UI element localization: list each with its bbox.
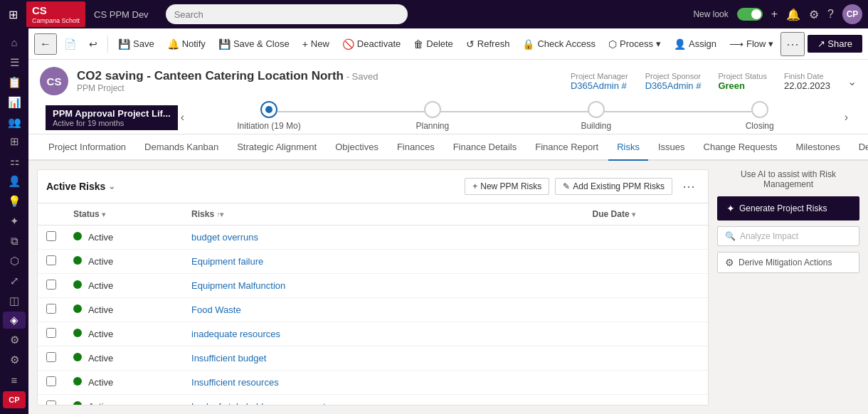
back-button[interactable]: ← <box>34 33 57 55</box>
add-existing-ppm-risks-button[interactable]: ✎ Add Existing PPM Risks <box>555 178 672 195</box>
sidebar-home-icon[interactable]: ⌂ <box>3 34 26 51</box>
sidebar-list-icon[interactable]: ≡ <box>3 371 26 388</box>
risks-title-chevron[interactable]: ⌄ <box>108 181 115 191</box>
grid-icon[interactable]: ⊞ <box>6 5 21 24</box>
sidebar-cp-icon[interactable]: CP <box>3 391 26 408</box>
status-dot <box>73 280 82 289</box>
sidebar-grid-icon[interactable]: ⊞ <box>3 133 26 150</box>
new-button[interactable]: + New <box>297 36 335 53</box>
save-close-button[interactable]: 💾 Save & Close <box>213 36 295 53</box>
row-checkbox[interactable] <box>46 255 56 265</box>
help-icon[interactable]: ? <box>827 8 834 21</box>
derive-mitigation-button[interactable]: ⚙ Derive Mitigation Actions <box>717 252 859 273</box>
sidebar-kanban-icon[interactable]: ⚏ <box>3 153 26 170</box>
th-status[interactable]: Status ▾ <box>65 203 183 225</box>
tab-finance-details[interactable]: Finance Details <box>445 134 526 161</box>
record-title-row: CS CO2 saving - Canteen Catering Locatio… <box>40 67 857 95</box>
tab-finances[interactable]: Finances <box>388 134 443 161</box>
risks-title: Active Risks ⌄ <box>46 181 115 192</box>
risk-link[interactable]: Food Waste <box>191 304 241 315</box>
table-row: Active budget overruns <box>38 225 708 250</box>
risk-link[interactable]: Insufficient budget <box>191 353 266 363</box>
search-input[interactable] <box>166 4 408 24</box>
sidebar-chart-icon[interactable]: 📊 <box>3 94 26 111</box>
sidebar-docs-icon[interactable]: 📋 <box>3 74 26 91</box>
due-date-sort-icon: ▾ <box>632 211 635 218</box>
tab-issues[interactable]: Issues <box>650 134 694 161</box>
sidebar-share-icon[interactable]: ⤢ <box>3 272 26 290</box>
deactivate-button[interactable]: 🚫 Deactivate <box>337 36 406 53</box>
save-button[interactable]: 💾 Save <box>112 36 160 53</box>
stage-initiation-label[interactable]: Initiation (19 Mo) <box>237 121 300 131</box>
status-text: Active <box>88 353 113 363</box>
generate-risks-button[interactable]: ✦ Generate Project Risks <box>717 196 859 221</box>
tab-project-information[interactable]: Project Information <box>40 134 134 161</box>
risk-link[interactable]: Lack of stakeholder engagement <box>191 401 326 405</box>
stage-next-button[interactable]: › <box>842 108 851 127</box>
row-checkbox[interactable] <box>46 280 56 290</box>
settings-icon[interactable]: ⚙ <box>809 8 819 21</box>
record-expand-button[interactable]: ⌄ <box>847 75 857 88</box>
flow-button[interactable]: ⟶ Flow ▾ <box>724 36 779 53</box>
bell-icon[interactable]: 🔔 <box>786 8 800 21</box>
stage-planning-label[interactable]: Planning <box>416 121 450 131</box>
check-access-button[interactable]: 🔒 Check Access <box>517 36 601 53</box>
row-checkbox[interactable] <box>46 376 56 386</box>
th-due-date[interactable]: Due Date ▾ <box>584 203 708 225</box>
row-checkbox-cell <box>38 274 65 298</box>
process-button[interactable]: ⬡ Process ▾ <box>603 36 667 53</box>
row-checkbox[interactable] <box>46 328 56 338</box>
sidebar-filter-icon[interactable]: ⧉ <box>3 233 26 250</box>
share-button[interactable]: ↗ Share <box>808 35 862 53</box>
tab-demands-kanban[interactable]: Demands Kanban <box>136 134 227 161</box>
row-checkbox[interactable] <box>46 352 56 362</box>
stage-building-label[interactable]: Building <box>581 121 611 131</box>
risk-link[interactable]: Equipment failure <box>191 256 263 267</box>
risk-link[interactable]: inadequate resources <box>191 329 280 339</box>
sidebar-cog-icon[interactable]: ⚙ <box>3 331 26 349</box>
sidebar-people-icon[interactable]: 👥 <box>3 114 26 131</box>
stage-closing-label[interactable]: Closing <box>746 121 774 131</box>
sidebar-active-icon[interactable]: ◈ <box>3 312 26 329</box>
undo-button[interactable]: ↩ <box>83 36 103 53</box>
tab-change-requests[interactable]: Change Requests <box>695 134 786 161</box>
notify-button[interactable]: 🔔 Notify <box>162 36 211 53</box>
tab-milestones[interactable]: Milestones <box>788 134 849 161</box>
sidebar-network-icon[interactable]: ⬡ <box>3 253 26 270</box>
risks-more-button[interactable]: ⋯ <box>678 177 699 196</box>
row-due-date-cell <box>584 346 708 371</box>
row-checkbox[interactable] <box>46 400 56 405</box>
risk-link[interactable]: Insufficient resources <box>191 377 279 388</box>
row-checkbox[interactable] <box>46 231 56 241</box>
analyze-impact-button[interactable]: 🔍 Analyze Impact <box>717 226 859 246</box>
page-view-button[interactable]: 📄 <box>58 36 82 53</box>
stage-prev-button[interactable]: ‹ <box>178 108 187 127</box>
search-bar[interactable] <box>166 4 408 24</box>
tab-finance-report[interactable]: Finance Report <box>526 134 607 161</box>
refresh-button[interactable]: ↺ Refresh <box>460 36 516 53</box>
new-ppm-risks-button[interactable]: + New PPM Risks <box>465 178 549 195</box>
tab-strategic-alignment[interactable]: Strategic Alignment <box>228 134 325 161</box>
delete-button[interactable]: 🗑 Delete <box>408 36 459 53</box>
new-look-toggle[interactable] <box>737 8 763 21</box>
tab-objectives[interactable]: Objectives <box>327 134 387 161</box>
stage-bar: PPM Approval Project Lif... Active for 1… <box>40 101 857 134</box>
risk-link[interactable]: budget overruns <box>191 232 258 243</box>
row-checkbox[interactable] <box>46 304 56 314</box>
tab-risks[interactable]: Risks <box>608 134 648 161</box>
stage-building-circle <box>588 101 605 118</box>
plus-icon[interactable]: + <box>771 8 778 21</box>
sidebar-cog2-icon[interactable]: ⚙ <box>3 351 26 368</box>
sidebar-person-icon[interactable]: 👤 <box>3 173 26 190</box>
sidebar-menu-icon[interactable]: ☰ <box>3 54 26 71</box>
assign-button[interactable]: 👤 Assign <box>668 36 722 53</box>
avatar[interactable]: CP <box>842 4 862 24</box>
sidebar-bulb-icon[interactable]: 💡 <box>3 193 26 210</box>
sidebar-star-icon[interactable]: ✦ <box>3 213 26 230</box>
th-risks[interactable]: Risks ↑▾ <box>183 203 584 225</box>
risk-link[interactable]: Equipment Malfunction <box>191 280 285 291</box>
more-button[interactable]: ⋯ <box>780 32 805 56</box>
row-risk-cell: Equipment Malfunction <box>183 274 584 298</box>
sidebar-box-icon[interactable]: ◫ <box>3 292 26 309</box>
tab-deliverables[interactable]: Deliverables <box>850 134 868 161</box>
